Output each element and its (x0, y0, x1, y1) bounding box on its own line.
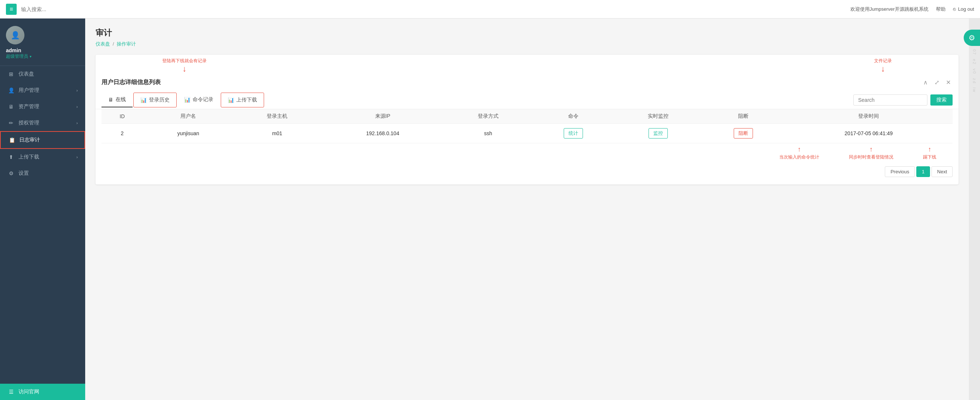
cmd-stats-button[interactable]: 统计 (564, 128, 583, 139)
sidebar-item-label: 仪表盘 (19, 71, 34, 77)
next-page-button[interactable]: Next (931, 166, 953, 177)
logout-button[interactable]: ⎋ Log out (953, 6, 974, 12)
bar-chart-icon: 📊 (140, 97, 147, 103)
tab-cmd-log-label: 命令记录 (192, 96, 213, 103)
logout-label: Log out (958, 6, 974, 12)
previous-page-button[interactable]: Previous (885, 166, 915, 177)
card-resize-button[interactable]: ⤢ (932, 78, 941, 87)
settings-fab-button[interactable]: ⚙ (964, 30, 980, 46)
col-username: 用户名 (143, 109, 234, 124)
tab-cmd-log[interactable]: 📊 命令记录 (177, 92, 220, 107)
bar-chart-icon2: 📊 (184, 97, 190, 103)
tab-upload-download-label: 上传下载 (236, 97, 257, 104)
bottom-annotations: ↑ 当次输入的命令统计 ↑ 同步时时查看登陆情况 ↑ 踢下线 (95, 143, 959, 160)
visit-site-icon: ☰ (7, 389, 15, 395)
cell-source-ip: 192.168.0.104 (321, 124, 444, 143)
block-button[interactable]: 阻断 (734, 128, 753, 139)
chevron-right-icon: › (76, 121, 78, 125)
avatar: 👤 (6, 26, 24, 45)
search-button[interactable]: 搜索 (931, 94, 953, 105)
right-text-2: 07 (972, 49, 977, 55)
cell-monitor-btn: 监控 (614, 124, 702, 143)
tab-online[interactable]: 🖥 在线 (102, 92, 133, 107)
user-log-table: ID 用户名 登录主机 来源IP 登录方式 命令 实时监控 阻断 登录时间 (102, 109, 953, 143)
search-input[interactable] (853, 94, 928, 105)
card-title: 用户日志详细信息列表 (102, 78, 161, 86)
col-cmd: 命令 (532, 109, 615, 124)
help-link[interactable]: 帮助 (936, 6, 945, 13)
chevron-right-icon: › (76, 88, 78, 92)
nav-search-input[interactable] (21, 6, 846, 12)
nav-right-section: 欢迎使用Jumpserver开源跳板机系统 帮助 ⎋ Log out (850, 6, 974, 13)
right-text-6: iw (972, 88, 977, 92)
annotation-stats-text: 当次输入的命令统计 (779, 154, 819, 160)
sidebar-profile: 👤 admin 超级管理员 (0, 19, 85, 66)
main-layout: 👤 admin 超级管理员 ⊞ 仪表盘 👤 用户管理 › 🖥 资产管理 › ✏ … (0, 19, 980, 400)
card-collapse-button[interactable]: ∧ (921, 78, 930, 87)
sidebar-item-label: 资产管理 (19, 104, 39, 110)
log-audit-icon: 📋 (8, 137, 16, 143)
sidebar-username: admin (6, 48, 21, 53)
breadcrumb-dashboard[interactable]: 仪表盘 (95, 41, 110, 47)
annotation-arrow-up-monitor: ↑ (870, 145, 873, 153)
table-row: 2 yunjisuan m01 192.168.0.104 ssh 统计 监控 (102, 124, 953, 143)
top-annotation-row: 登陆再下线就会有记录 ↓ 文件记录 ↓ (95, 55, 959, 73)
col-realtime-monitor: 实时监控 (614, 109, 702, 124)
annotation-login-text: 登陆再下线就会有记录 (162, 58, 207, 64)
sidebar-item-dashboard[interactable]: ⊞ 仪表盘 (0, 66, 85, 82)
chevron-right-icon: › (76, 104, 78, 109)
sidebar-item-label: 上传下载 (19, 154, 39, 160)
realtime-monitor-button[interactable]: 监控 (649, 128, 668, 139)
sidebar-item-user-mgmt[interactable]: 👤 用户管理 › (0, 82, 85, 99)
cell-login-method: ssh (444, 124, 531, 143)
col-block: 阻断 (702, 109, 785, 124)
page-1-button[interactable]: 1 (916, 166, 930, 177)
annotation-login-record: 登陆再下线就会有记录 ↓ (162, 58, 207, 73)
cell-block-btn: 阻断 (702, 124, 785, 143)
sidebar-user-role[interactable]: 超级管理员 (6, 53, 32, 60)
card-close-button[interactable]: ✕ (944, 78, 953, 87)
dashboard-icon: ⊞ (7, 71, 15, 77)
sidebar-item-upload-download[interactable]: ⬆ 上传下载 › (0, 149, 85, 165)
sidebar-item-visit-site[interactable]: ☰ 访问官网 (0, 384, 85, 400)
tab-upload-download[interactable]: 📊 上传下载 (221, 92, 264, 107)
annotation-arrow-down: ↓ (183, 65, 187, 73)
right-text-4: v0 (972, 69, 977, 75)
right-text-3: e2 (972, 59, 977, 65)
cell-cmd-btn: 统计 (532, 124, 615, 143)
top-navbar: ≡ 欢迎使用Jumpserver开源跳板机系统 帮助 ⎋ Log out (0, 0, 980, 19)
logout-icon: ⎋ (953, 6, 956, 12)
pagination-row: Previous 1 Next (95, 160, 959, 177)
sidebar-item-asset-mgmt[interactable]: 🖥 资产管理 › (0, 99, 85, 115)
menu-toggle-button[interactable]: ≡ (6, 4, 17, 15)
tab-login-history-label: 登录历史 (149, 97, 170, 104)
col-source-ip: 来源IP (321, 109, 444, 124)
annotation-file-record: 文件记录 ↓ (874, 58, 892, 73)
sidebar-item-label: 设置 (19, 170, 29, 177)
table-body: 2 yunjisuan m01 192.168.0.104 ssh 统计 监控 (102, 124, 953, 143)
annotation-stats: ↑ 当次输入的命令统计 (779, 145, 819, 160)
annotation-file-text: 文件记录 (874, 58, 892, 64)
sidebar-item-settings[interactable]: ⚙ 设置 (0, 165, 85, 182)
sidebar-item-label: 日志审计 (19, 137, 40, 143)
col-id: ID (102, 109, 143, 124)
annotation-arrow-up-stats: ↑ (798, 145, 801, 153)
annotation-block: ↑ 踢下线 (923, 145, 936, 160)
avatar-image: 👤 (6, 26, 24, 45)
card-actions: ∧ ⤢ ✕ (921, 78, 953, 87)
annotation-arrow-up-block: ↑ (928, 145, 931, 153)
card-header: 用户日志详细信息列表 ∧ ⤢ ✕ (95, 73, 959, 87)
sidebar-item-auth-mgmt[interactable]: ✏ 授权管理 › (0, 115, 85, 131)
sidebar-item-label: 访问官网 (19, 389, 39, 395)
annotation-monitor: ↑ 同步时时查看登陆情况 (849, 145, 893, 160)
tab-login-history[interactable]: 📊 登录历史 (133, 92, 177, 107)
sidebar-item-log-audit[interactable]: 📋 日志审计 (0, 131, 85, 149)
asset-mgmt-icon: 🖥 (7, 104, 15, 110)
user-log-card: 登陆再下线就会有记录 ↓ 文件记录 ↓ 用户日志详细信息列表 ∧ ⤢ ✕ (95, 55, 959, 185)
cell-username: yunjisuan (143, 124, 234, 143)
upload-download-icon: ⬆ (7, 154, 15, 160)
sidebar-item-label: 用户管理 (19, 87, 39, 94)
annotation-monitor-text: 同步时时查看登陆情况 (849, 154, 893, 160)
welcome-text: 欢迎使用Jumpserver开源跳板机系统 (850, 6, 929, 13)
table-wrapper: ID 用户名 登录主机 来源IP 登录方式 命令 实时监控 阻断 登录时间 (95, 109, 959, 143)
